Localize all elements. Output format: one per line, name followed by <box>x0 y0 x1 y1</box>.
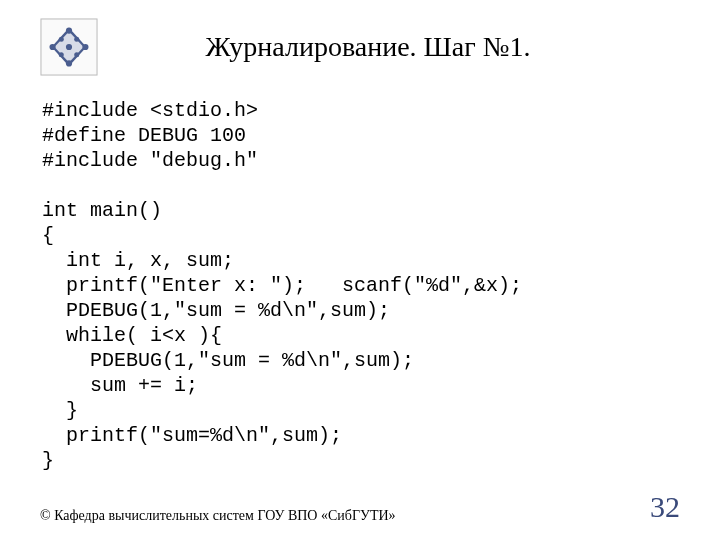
svg-point-11 <box>74 52 79 57</box>
svg-point-7 <box>66 44 72 50</box>
svg-point-3 <box>66 27 72 33</box>
slide-header: Журналирование. Шаг №1. <box>40 18 680 76</box>
svg-point-4 <box>82 44 88 50</box>
svg-point-6 <box>49 44 55 50</box>
page-number: 32 <box>650 490 680 524</box>
slide-title: Журналирование. Шаг №1. <box>116 31 680 63</box>
svg-point-9 <box>74 37 79 42</box>
copyright-text: © Кафедра вычислительных систем ГОУ ВПО … <box>40 508 396 524</box>
svg-point-10 <box>59 52 64 57</box>
svg-point-5 <box>66 60 72 66</box>
slide: Журналирование. Шаг №1. #include <stdio.… <box>0 0 720 540</box>
svg-point-8 <box>59 37 64 42</box>
slide-footer: © Кафедра вычислительных систем ГОУ ВПО … <box>40 490 680 524</box>
code-block: #include <stdio.h> #define DEBUG 100 #in… <box>42 98 680 473</box>
logo-icon <box>40 18 98 76</box>
